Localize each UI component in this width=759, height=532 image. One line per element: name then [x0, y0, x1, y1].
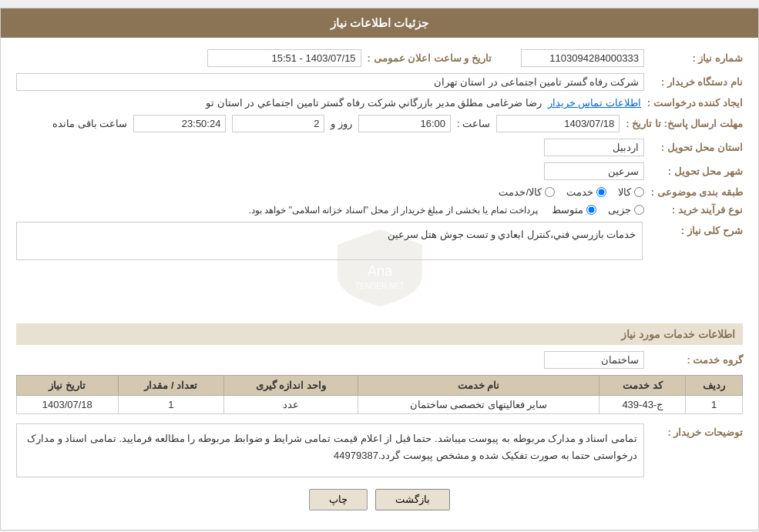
nam-dastgah-value: شرکت رفاه گستر تامین اجتماعی در استان ته…: [16, 73, 644, 91]
mohlat-row: مهلت ارسال پاسخ: تا تاریخ : 1403/07/18 س…: [16, 115, 743, 132]
farayand-radio-group: متوسط جزیی: [552, 204, 644, 216]
saet-label: ساعت :: [457, 118, 490, 129]
tozihat-value: تمامی اسناد و مدارک مربوطه به پیوست میبا…: [16, 423, 644, 477]
svg-text:TENDER.NET: TENDER.NET: [355, 282, 405, 290]
col-tarikh: تاریخ نیاز: [17, 376, 119, 396]
sharh-koli-label: شرح کلی نیاز :: [650, 225, 743, 236]
ijad-label: ایجاد کننده درخواست :: [647, 97, 743, 109]
cell-radif: 1: [686, 396, 743, 414]
tabaqe-label: طبقه بندی موضوعی :: [650, 186, 743, 198]
radio-motavasset-item[interactable]: متوسط: [552, 204, 596, 216]
cell-tedad: 1: [118, 396, 224, 414]
shomare-niaz-label: شماره نیاز :: [650, 52, 743, 64]
rooz-value: 2: [232, 115, 324, 132]
tabaqe-row: طبقه بندی موضوعی : کالا/خدمت خدمت کالا: [16, 186, 743, 198]
shahr-row: شهر محل تحویل : سرعین: [16, 162, 743, 180]
radio-khadamat-label: خدمت: [566, 186, 593, 198]
rooz-label: روز و: [331, 118, 352, 129]
saet-mande-value: 23:50:24: [133, 115, 226, 132]
sharh-koli-value: خدمات بازرسي فني،كنترل ابعادي و تست جوش …: [16, 222, 643, 260]
radio-kala-label: کالا: [618, 186, 631, 198]
gorooh-label: گروه خدمت :: [650, 354, 743, 366]
saet-mande-label: ساعت باقی مانده: [52, 118, 127, 129]
sharh-koli-container: خدمات بازرسي فني،كنترل ابعادي و تست جوش …: [16, 222, 643, 260]
col-radif: ردیف: [686, 376, 743, 396]
back-button[interactable]: بازگشت: [375, 489, 450, 510]
mohlat-label: مهلت ارسال پاسخ: تا تاریخ :: [626, 118, 743, 129]
table-row: 1 ج-43-439 سایر فعالیتهای تخصصی ساختمان …: [17, 396, 743, 414]
col-vahed: واحد اندازه گیری: [224, 376, 358, 396]
page-header: جزئیات اطلاعات نیاز: [1, 8, 758, 38]
nooe-farayand-row: نوع فرآیند خرید : متوسط جزیی پرداخت تمام…: [16, 204, 743, 216]
saet-value: 16:00: [358, 115, 451, 132]
radio-jozii-item[interactable]: جزیی: [608, 204, 644, 216]
tozihat-row: توضیحات خریدار : تمامی اسناد و مدارک مرب…: [16, 423, 743, 477]
shahr-label: شهر محل تحویل :: [650, 166, 743, 177]
table-head: ردیف کد خدمت نام خدمت واحد اندازه گیری ت…: [17, 376, 743, 396]
tarikh-elan-value: 1403/07/15 - 15:51: [207, 49, 361, 67]
buttons-area: بازگشت چاپ: [16, 489, 743, 510]
ostan-value: اردبیل: [544, 139, 644, 156]
nooe-farayand-label: نوع فرآیند خرید :: [650, 204, 743, 216]
nam-dastgah-label: نام دستگاه خریدار :: [650, 76, 743, 88]
ostan-label: استان محل تحویل :: [650, 142, 743, 153]
tabaqe-radio-group: کالا/خدمت خدمت کالا: [499, 186, 644, 198]
table-header-row: ردیف کد خدمت نام خدمت واحد اندازه گیری ت…: [17, 376, 743, 396]
radio-motavasset-label: متوسط: [552, 204, 583, 216]
services-table: ردیف کد خدمت نام خدمت واحد اندازه گیری ت…: [16, 375, 743, 414]
radio-kala[interactable]: [634, 187, 644, 197]
motavasset-note: پرداخت تمام یا بخشی از مبلغ خریدار از مح…: [249, 205, 538, 216]
date-value: 1403/07/18: [496, 115, 620, 132]
etelaat-section-header: اطلاعات خدمات مورد نیاز: [16, 323, 743, 345]
radio-jozii-label: جزیی: [608, 204, 631, 216]
col-tedad: تعداد / مقدار: [118, 376, 224, 396]
radio-motavasset[interactable]: [586, 205, 596, 215]
radio-kala-khadamat-item[interactable]: کالا/خدمت: [499, 186, 555, 198]
table-body: 1 ج-43-439 سایر فعالیتهای تخصصی ساختمان …: [17, 396, 743, 414]
ijad-link[interactable]: اطلاعات تماس خریدار: [548, 97, 641, 109]
radio-kala-khadamat[interactable]: [545, 187, 555, 197]
ostan-row: استان محل تحویل : اردبیل: [16, 139, 743, 156]
svg-text:Ana: Ana: [367, 263, 392, 279]
shomare-niaz-value: 1103094284000333: [521, 49, 644, 67]
content-area: شماره نیاز : 1103094284000333 تاریخ و سا…: [1, 38, 758, 530]
print-button[interactable]: چاپ: [309, 489, 368, 510]
shahr-value: سرعین: [544, 162, 644, 180]
radio-jozii[interactable]: [634, 205, 644, 215]
radio-kala-khadamat-label: کالا/خدمت: [499, 186, 542, 198]
ijad-row: ایجاد کننده درخواست : اطلاعات تماس خریدا…: [16, 97, 743, 109]
sharh-section: Ana TENDER.NET شرح کلی نیاز : خدمات بازر…: [16, 222, 743, 314]
gorooh-row: گروه خدمت : ساختمان: [16, 351, 743, 369]
radio-kala-item[interactable]: کالا: [618, 186, 644, 198]
page-wrapper: جزئیات اطلاعات نیاز شماره نیاز : 1103094…: [0, 8, 759, 530]
cell-kod: ج-43-439: [599, 396, 686, 414]
radio-khadamat[interactable]: [596, 187, 606, 197]
ijad-value: رضا ضرغامی مطلق مدير بازرگاني شركت رفاه …: [16, 97, 542, 109]
cell-tarikh: 1403/07/18: [17, 396, 119, 414]
col-kod: کد خدمت: [599, 376, 686, 396]
nam-dastgah-row: نام دستگاه خریدار : شرکت رفاه گستر تامین…: [16, 73, 743, 91]
col-name: نام خدمت: [358, 376, 599, 396]
cell-name: سایر فعالیتهای تخصصی ساختمان: [358, 396, 599, 414]
cell-vahed: عدد: [224, 396, 358, 414]
tozihat-label: توضیحات خریدار :: [650, 427, 743, 438]
shomare-niaz-row: شماره نیاز : 1103094284000333 تاریخ و سا…: [16, 49, 743, 67]
tarikh-elan-label: تاریخ و ساعت اعلان عمومی :: [368, 52, 492, 64]
radio-khadamat-item[interactable]: خدمت: [566, 186, 606, 198]
page-title: جزئیات اطلاعات نیاز: [331, 16, 428, 29]
gorooh-value: ساختمان: [544, 351, 644, 369]
